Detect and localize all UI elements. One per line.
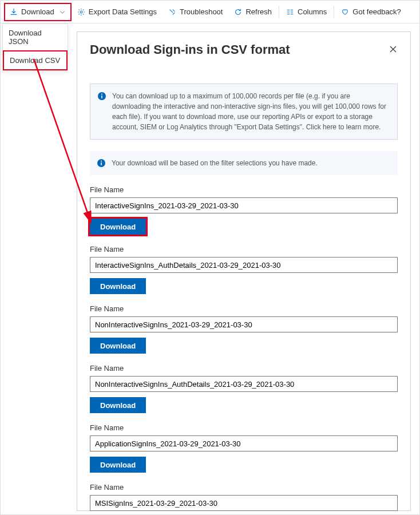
download-button[interactable]: Download (90, 338, 146, 354)
info-text-limits: You can download up to a maximum of 100,… (112, 91, 390, 132)
panel-title: Download Sign-ins in CSV format (90, 42, 290, 57)
troubleshoot-button[interactable]: Troubleshoot (163, 3, 228, 21)
troubleshoot-label: Troubleshoot (180, 7, 223, 16)
panel-header: Download Sign-ins in CSV format (77, 32, 410, 63)
svg-point-0 (80, 11, 82, 13)
gear-icon (77, 8, 85, 16)
toolbar: Download Export Data Settings Troublesho… (1, 1, 419, 23)
chevron-down-icon (59, 9, 66, 15)
file-name-label: File Name (90, 364, 398, 373)
download-button[interactable]: Download (90, 219, 146, 235)
file-name-label: File Name (90, 185, 398, 194)
refresh-button[interactable]: Refresh (228, 3, 278, 21)
file-name-input[interactable] (90, 197, 398, 213)
refresh-icon (234, 8, 242, 16)
file-name-input[interactable] (90, 316, 398, 332)
file-name-input[interactable] (90, 257, 398, 273)
columns-label: Columns (298, 7, 327, 16)
info-icon (97, 159, 106, 168)
info-icon (97, 92, 106, 101)
page: Download Export Data Settings Troublesho… (0, 0, 420, 515)
separator (334, 6, 334, 18)
file-name-input[interactable] (90, 435, 398, 451)
file-group: File Name Download (90, 185, 398, 235)
download-button[interactable]: Download (90, 397, 146, 413)
file-name-label: File Name (90, 304, 398, 313)
feedback-label: Got feedback? (352, 7, 401, 16)
download-json-item[interactable]: Download JSON (3, 24, 68, 50)
columns-button[interactable]: Columns (280, 3, 332, 21)
export-settings-button[interactable]: Export Data Settings (72, 3, 163, 21)
download-menu-button[interactable]: Download (4, 3, 72, 21)
heart-icon (341, 8, 349, 16)
refresh-label: Refresh (245, 7, 272, 16)
file-group: File Name Download (90, 364, 398, 413)
file-name-input[interactable] (90, 495, 398, 511)
download-icon (10, 8, 18, 16)
close-icon (389, 45, 398, 54)
columns-icon (286, 8, 294, 16)
svg-rect-2 (101, 96, 102, 98)
feedback-button[interactable]: Got feedback? (335, 3, 407, 21)
export-settings-label: Export Data Settings (89, 7, 157, 16)
download-csv-panel: Download Sign-ins in CSV format You can … (77, 31, 411, 511)
close-button[interactable] (389, 45, 398, 56)
file-group: File Name Download (90, 304, 398, 354)
download-dropdown: Download JSON Download CSV (2, 23, 68, 71)
info-box-filter: Your download will be based on the filte… (90, 151, 398, 175)
file-name-label: File Name (90, 423, 398, 432)
download-csv-item[interactable]: Download CSV (3, 50, 68, 70)
info-text-filter: Your download will be based on the filte… (112, 158, 318, 168)
file-group: File Name Download (90, 423, 398, 473)
info-box-limits: You can download up to a maximum of 100,… (90, 84, 398, 140)
file-name-label: File Name (90, 483, 398, 492)
download-menu-label: Download (21, 7, 54, 16)
panel-body: You can download up to a maximum of 100,… (77, 63, 410, 515)
file-name-label: File Name (90, 245, 398, 253)
svg-point-3 (101, 94, 102, 95)
svg-point-6 (101, 161, 102, 162)
file-group: File Name Download (90, 483, 398, 515)
wrench-icon (168, 8, 176, 16)
separator (279, 6, 279, 18)
download-button[interactable]: Download (90, 278, 146, 294)
file-group: File Name Download (90, 245, 398, 294)
svg-rect-5 (101, 163, 102, 165)
file-name-input[interactable] (90, 376, 398, 392)
download-button[interactable]: Download (90, 457, 146, 473)
